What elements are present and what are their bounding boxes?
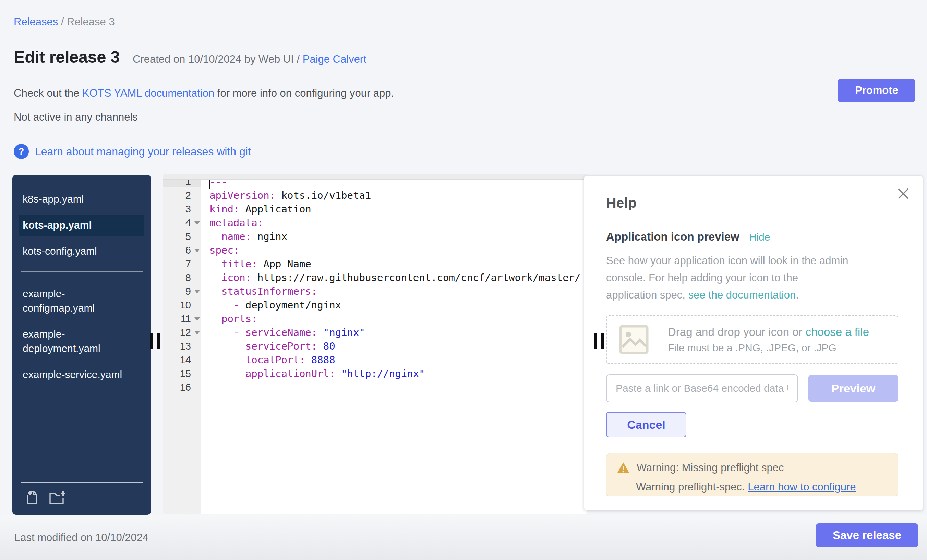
- image-placeholder-icon: [619, 325, 649, 354]
- icon-dropzone[interactable]: Drag and drop your icon or choose a file…: [606, 315, 898, 364]
- icon-url-input[interactable]: [606, 374, 798, 402]
- code-line-14: 14 localPort: 8888: [163, 353, 587, 367]
- indent-guide: [395, 341, 395, 382]
- file-item-kots-app.yaml[interactable]: kots-app.yaml: [19, 214, 144, 236]
- author-link[interactable]: Paige Calvert: [303, 53, 366, 65]
- code-line-11: 11 ports:: [163, 312, 587, 326]
- file-item-label: example-configmap.yaml: [23, 287, 126, 315]
- cancel-button[interactable]: Cancel: [606, 412, 686, 437]
- code-line-9: 9 statusInformers:: [163, 284, 587, 298]
- file-group-divider: [21, 272, 143, 272]
- code-line-3: 3kind: Application: [163, 202, 587, 216]
- code-line-5: 5 name: nginx: [163, 230, 587, 243]
- fold-arrow-icon[interactable]: [195, 222, 200, 225]
- see-documentation-link[interactable]: see the documentation: [688, 289, 796, 301]
- channel-status: Not active in any channels: [14, 111, 138, 123]
- dropzone-requirements: File must be a .PNG, .JPEG, or .JPG: [668, 342, 869, 354]
- line-number[interactable]: 11: [163, 313, 201, 325]
- preview-button[interactable]: Preview: [808, 375, 898, 402]
- help-resize-handle[interactable]: [594, 333, 604, 349]
- fold-arrow-icon[interactable]: [195, 317, 200, 321]
- new-folder-icon[interactable]: [49, 490, 66, 506]
- code-line-7: 7 title: App Name: [163, 257, 587, 271]
- file-item-example-configmap.yaml[interactable]: example-configmap.yaml: [19, 283, 144, 319]
- line-number[interactable]: 5: [163, 231, 201, 242]
- footer-bar: Last modified on 10/10/2024 Save release: [0, 515, 927, 560]
- line-number[interactable]: 15: [163, 368, 201, 379]
- help-title: Help: [606, 195, 901, 211]
- file-item-label: k8s-app.yaml: [23, 192, 84, 206]
- code-text: applicationUrl: "http://nginx": [201, 368, 425, 379]
- breadcrumb: Releases / Release 3: [14, 16, 115, 28]
- line-number[interactable]: 16: [163, 382, 201, 393]
- docs-prefix: Check out the: [14, 87, 82, 99]
- fold-arrow-icon[interactable]: [195, 290, 200, 293]
- line-number[interactable]: 1: [163, 180, 201, 187]
- sidebar-resize-handle[interactable]: [150, 333, 160, 349]
- line-number[interactable]: 2: [163, 190, 201, 201]
- code-text: ports:: [201, 313, 257, 325]
- line-number[interactable]: 8: [163, 272, 201, 284]
- promote-button[interactable]: Promote: [838, 79, 915, 102]
- editor-scrollbar-track[interactable]: [163, 174, 587, 180]
- yaml-editor[interactable]: 1---2apiVersion: kots.io/v1beta13kind: A…: [163, 174, 587, 514]
- code-text: kind: Application: [201, 203, 311, 215]
- icon-preview-title: Application icon preview: [606, 230, 740, 243]
- line-number[interactable]: 7: [163, 258, 201, 270]
- kots-yaml-docs-link[interactable]: KOTS YAML documentation: [82, 87, 214, 99]
- fold-arrow-icon[interactable]: [195, 331, 200, 334]
- code-text: - deployment/nginx: [201, 299, 341, 311]
- file-item-example-service.yaml[interactable]: example-service.yaml: [19, 364, 144, 385]
- code-lines: 1---2apiVersion: kots.io/v1beta13kind: A…: [163, 180, 587, 394]
- file-list: k8s-app.yamlkots-app.yamlkots-config.yam…: [12, 175, 151, 385]
- file-item-k8s-app.yaml[interactable]: k8s-app.yaml: [19, 188, 144, 210]
- code-line-10: 10 - deployment/nginx: [163, 298, 587, 312]
- learn-configure-link[interactable]: Learn how to configure: [748, 481, 856, 493]
- line-number[interactable]: 4: [163, 217, 201, 229]
- line-number[interactable]: 6: [163, 245, 201, 256]
- file-item-label: kots-app.yaml: [23, 218, 92, 232]
- sidebar-footer: [12, 482, 151, 515]
- git-help-row: ? Learn about managing your releases wit…: [14, 144, 251, 159]
- warning-title: Warning: Missing preflight spec: [637, 461, 784, 474]
- line-number[interactable]: 12: [163, 327, 201, 338]
- dropzone-prefix: Drag and drop your icon or: [668, 326, 805, 338]
- line-number[interactable]: 3: [163, 203, 201, 215]
- file-item-example-deployment.yaml[interactable]: example-deployment.yaml: [19, 323, 144, 359]
- created-info: Created on 10/10/2024 by Web UI / Paige …: [133, 53, 366, 65]
- choose-file-link[interactable]: choose a file: [805, 326, 869, 338]
- code-text: ---: [201, 180, 227, 187]
- code-text: name: nginx: [201, 231, 287, 242]
- line-number[interactable]: 13: [163, 341, 201, 352]
- edit-release-page: Releases / Release 3 Edit release 3 Crea…: [0, 0, 927, 560]
- close-icon[interactable]: [896, 186, 911, 201]
- breadcrumb-separator: /: [58, 16, 67, 28]
- git-releases-link[interactable]: Learn about managing your releases with …: [35, 145, 251, 158]
- file-item-label: kots-config.yaml: [23, 244, 97, 258]
- code-text: icon: https://raw.githubusercontent.com/…: [201, 272, 581, 284]
- dropzone-text: Drag and drop your icon or choose a file: [668, 326, 869, 338]
- code-text: apiVersion: kots.io/v1beta1: [201, 190, 371, 201]
- breadcrumb-releases-link[interactable]: Releases: [14, 16, 58, 28]
- icon-preview-description: See how your application icon will look …: [606, 252, 849, 304]
- hide-link[interactable]: Hide: [749, 231, 770, 243]
- file-item-kots-config.yaml[interactable]: kots-config.yaml: [19, 241, 144, 262]
- preflight-warning: Warning: Missing preflight spec Warning …: [606, 453, 898, 496]
- question-mark-icon: ?: [14, 144, 29, 159]
- code-text: title: App Name: [201, 258, 311, 270]
- line-number[interactable]: 14: [163, 354, 201, 366]
- warning-detail: Warning preflight-spec. Learn how to con…: [636, 481, 887, 493]
- code-text: spec:: [201, 244, 239, 256]
- line-number[interactable]: 9: [163, 286, 201, 297]
- file-item-label: example-deployment.yaml: [23, 327, 126, 356]
- breadcrumb-current: Release 3: [67, 16, 115, 28]
- code-line-1: 1---: [163, 180, 587, 188]
- save-release-button[interactable]: Save release: [816, 523, 918, 547]
- code-text: metadata:: [201, 217, 263, 229]
- code-line-2: 2apiVersion: kots.io/v1beta1: [163, 188, 587, 202]
- new-file-icon[interactable]: [24, 490, 40, 506]
- line-number[interactable]: 10: [163, 299, 201, 311]
- docs-suffix: for more info on configuring your app.: [214, 87, 394, 99]
- fold-arrow-icon[interactable]: [195, 249, 200, 252]
- created-text: Created on 10/10/2024 by Web UI /: [133, 53, 303, 65]
